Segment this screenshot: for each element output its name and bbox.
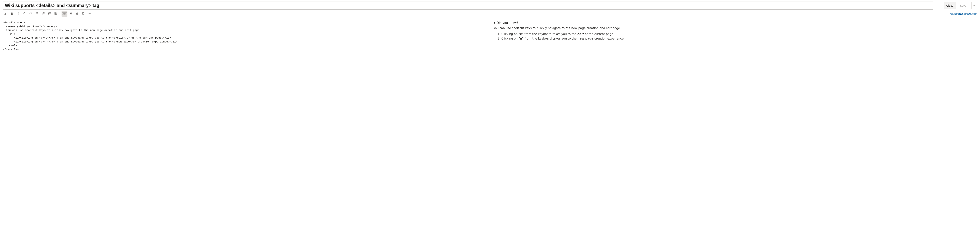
svg-point-12	[36, 13, 36, 14]
source-pane[interactable]: <details open> <summary>Did you know?</s…	[0, 18, 490, 54]
header-row: Close Save	[0, 0, 980, 9]
bold-icon: B	[11, 12, 13, 16]
text-color-icon: A	[4, 12, 7, 16]
page-title-input[interactable]	[3, 2, 933, 9]
bold-text: new page	[578, 37, 593, 40]
bullet-list-icon	[35, 12, 38, 16]
save-button[interactable]: Save	[958, 2, 969, 9]
editor-split: <details open> <summary>Did you know?</s…	[0, 18, 980, 54]
more-button[interactable]	[87, 11, 92, 17]
numbered-list-icon: 123	[42, 12, 45, 16]
preview-paragraph: You can use shortcut keys to quickly nav…	[493, 26, 977, 30]
wiki-editor-page: Close Save A B I	[0, 0, 980, 54]
preview-list: Clicking on "e" from the keyboard takes …	[493, 32, 977, 41]
bold-text: edit	[578, 32, 584, 36]
link-button[interactable]	[22, 11, 27, 17]
clipboard-icon	[82, 12, 85, 16]
list-item: Clicking on "n" from the keyboard takes …	[501, 36, 977, 41]
attachment-button[interactable]	[74, 11, 80, 17]
chevron-down-icon	[973, 4, 975, 7]
svg-point-11	[36, 12, 36, 13]
svg-point-13	[36, 14, 36, 14]
svg-point-31	[89, 13, 90, 14]
svg-point-32	[90, 13, 91, 14]
text: Clicking on	[501, 37, 519, 40]
text-color-button[interactable]: A	[3, 11, 9, 17]
svg-rect-23	[55, 12, 57, 14]
close-button[interactable]: Close	[944, 2, 956, 9]
preview-pane: Did you know? You can use shortcut keys …	[490, 18, 980, 54]
text: creation experience.	[593, 37, 625, 40]
page-settings-button[interactable]	[935, 2, 942, 9]
text: Clicking on	[501, 32, 519, 36]
bullet-list-button[interactable]	[34, 11, 40, 17]
preview-details[interactable]: Did you know? You can use shortcut keys …	[493, 21, 977, 41]
italic-button[interactable]: I	[15, 11, 21, 17]
table-button[interactable]	[53, 11, 59, 17]
toolbar-right: Markdown supported.	[950, 12, 977, 15]
formatting-toolbar: A B I	[0, 9, 980, 18]
checklist-icon	[48, 12, 51, 16]
table-icon	[54, 12, 57, 16]
paperclip-icon	[75, 12, 79, 16]
more-icon	[88, 12, 91, 16]
list-item: Clicking on "e" from the keyboard takes …	[501, 32, 977, 36]
hash-icon: #	[69, 12, 72, 16]
preview-summary[interactable]: Did you know?	[493, 21, 977, 25]
text: from the keyboard takes you to the	[523, 37, 578, 40]
abc-format-button[interactable]: ABC	[62, 11, 67, 17]
save-options-button[interactable]	[971, 2, 977, 9]
bold-text: "e"	[519, 32, 523, 36]
markdown-supported-link[interactable]: Markdown supported.	[950, 12, 977, 15]
text: of the current page.	[584, 32, 614, 36]
bold-button[interactable]: B	[9, 11, 15, 17]
heading-button[interactable]: #	[68, 11, 74, 17]
checklist-button[interactable]	[47, 11, 52, 17]
italic-icon: I	[18, 12, 19, 16]
bold-text: "n"	[519, 37, 523, 40]
text: from the keyboard takes you to the	[523, 32, 578, 36]
svg-point-30	[89, 13, 89, 14]
link-icon	[23, 12, 26, 16]
toolbar-left: A B I	[3, 11, 92, 17]
numbered-list-button[interactable]: 123	[40, 11, 46, 17]
source-code[interactable]: <details open> <summary>Did you know?</s…	[3, 21, 487, 52]
code-button[interactable]	[28, 11, 34, 17]
paste-button[interactable]	[80, 11, 86, 17]
svg-text:A: A	[5, 12, 6, 14]
abc-icon: ABC	[62, 13, 67, 15]
code-icon	[29, 12, 32, 16]
svg-text:3: 3	[42, 14, 43, 15]
